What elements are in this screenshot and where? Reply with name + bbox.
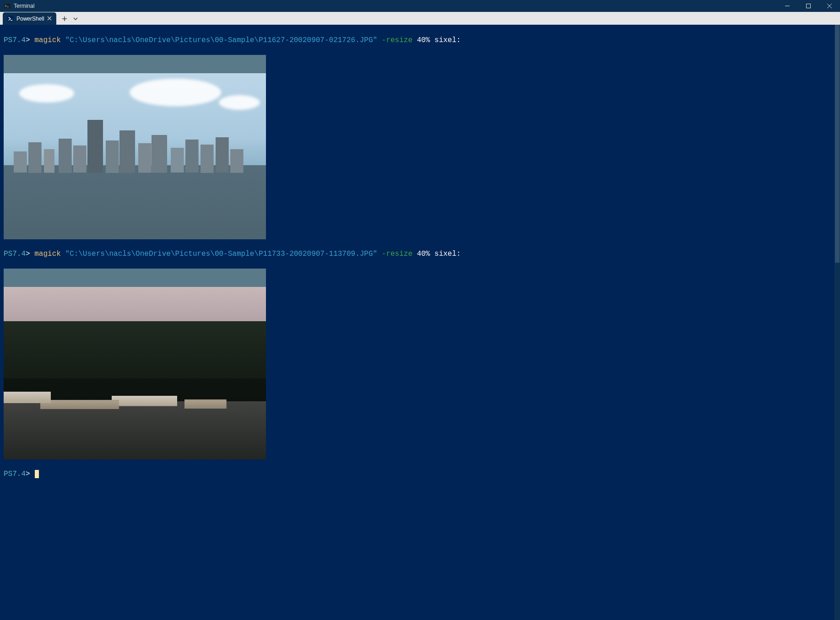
titlebar: Terminal (0, 0, 840, 12)
command-name: magick (34, 250, 61, 258)
prompt-label: PS7.4 (4, 36, 26, 44)
flag: -resize (382, 36, 412, 44)
app-icon (4, 2, 11, 10)
tab-label: PowerShell (16, 16, 44, 22)
command-line: PS7.4> magick "C:\Users\nacls\OneDrive\P… (4, 249, 840, 259)
prompt-suffix: > (26, 36, 30, 44)
file-path: C:\Users\nacls\OneDrive\Pictures\00-Samp… (70, 36, 373, 44)
svg-rect-0 (4, 4, 11, 8)
scrollbar[interactable] (835, 25, 840, 620)
flag: -resize (382, 250, 412, 258)
tabbar: PowerShell (0, 12, 840, 25)
command-line: PS7.4> magick "C:\Users\nacls\OneDrive\P… (4, 36, 840, 45)
path-open-quote: " (65, 36, 70, 44)
output-format: sixel: (434, 250, 461, 258)
powershell-icon (7, 16, 14, 22)
path-close-quote: " (373, 250, 378, 258)
close-button[interactable] (819, 0, 840, 12)
window-title: Terminal (14, 3, 34, 9)
svg-rect-3 (807, 4, 811, 8)
minimize-button[interactable] (777, 0, 798, 12)
path-close-quote: " (373, 36, 378, 44)
sixel-image-output (4, 55, 266, 239)
tab-powershell[interactable]: PowerShell (3, 12, 56, 25)
prompt-label: PS7.4 (4, 250, 26, 258)
maximize-button[interactable] (798, 0, 819, 12)
percent-arg: 40% (417, 250, 430, 258)
prompt-line: PS7.4> (4, 469, 840, 479)
tab-close-button[interactable] (47, 16, 52, 22)
terminal-viewport[interactable]: PS7.4> magick "C:\Users\nacls\OneDrive\P… (0, 25, 840, 620)
window-controls (777, 0, 840, 12)
command-name: magick (34, 36, 61, 44)
tab-dropdown-button[interactable] (71, 13, 80, 25)
file-path: C:\Users\nacls\OneDrive\Pictures\00-Samp… (70, 250, 373, 258)
prompt-label: PS7.4 (4, 470, 26, 478)
prompt-suffix: > (26, 470, 30, 478)
prompt-suffix: > (26, 250, 30, 258)
output-format: sixel: (434, 36, 461, 44)
scrollbar-thumb[interactable] (835, 25, 840, 263)
percent-arg: 40% (417, 36, 430, 44)
sixel-image-output (4, 269, 266, 459)
new-tab-button[interactable] (58, 13, 71, 25)
cursor (35, 470, 39, 478)
terminal-content[interactable]: PS7.4> magick "C:\Users\nacls\OneDrive\P… (0, 25, 840, 497)
path-open-quote: " (65, 250, 70, 258)
